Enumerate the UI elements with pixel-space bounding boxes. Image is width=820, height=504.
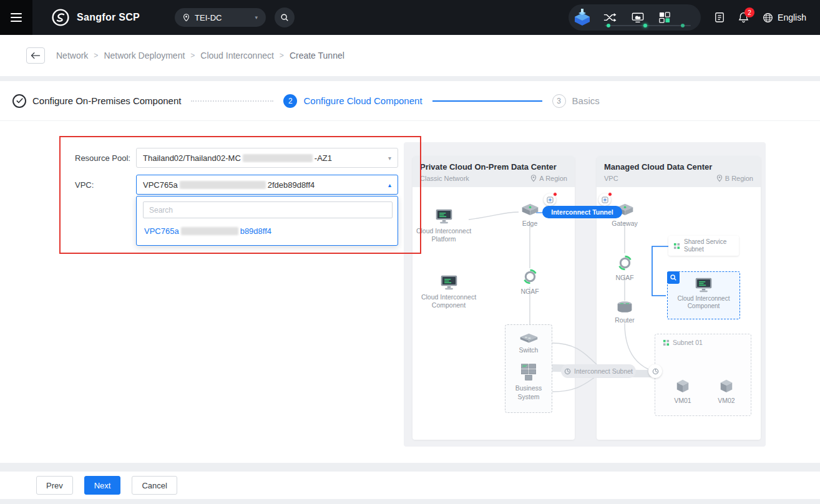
router-cylinder-icon [616,301,633,314]
wizard-footer: Prev Next Cancel [0,472,820,499]
chevron-down-icon: ▾ [388,155,391,162]
cancel-button[interactable]: Cancel [132,476,177,495]
interconnect-icon[interactable] [603,13,617,22]
stepper-connector-active [432,100,542,102]
3d-service-icon[interactable] [569,4,596,32]
ngaf-icon [617,254,633,271]
notification-badge: 2 [744,7,754,17]
monitor-icon [439,274,459,291]
brand-name: Sangfor SCP [77,12,140,23]
status-dot [681,24,685,27]
servers-icon [519,363,538,382]
cloud-interconnect-component-highlight: Cloud Interconnect Component [667,271,740,319]
cloud-desktop-icon[interactable] [632,12,644,22]
back-button[interactable] [26,47,45,64]
tunnel-endpoint-badge-left [544,193,556,206]
globe-icon [763,12,773,23]
subnet-01-chip: Subnet 01 [663,339,703,346]
breadcrumb-item-create-tunnel: Create Tunnel [290,51,344,61]
next-button[interactable]: Next [84,476,121,495]
cloud-component-form: Resource Pool: Thailand02/Thailand02-MC … [0,121,431,423]
node-vm02: VM02 [713,378,739,405]
step3-label: Basics [572,95,600,106]
datacenter-value: TEI-DC [195,13,222,22]
step-basics: 3 Basics [552,94,600,108]
status-dot [643,24,647,27]
breadcrumb-separator: > [280,51,284,60]
vpc-search-input[interactable] [143,201,393,218]
step-configure-onprem[interactable]: Configure On-Premises Component [12,94,181,108]
interconnect-subnet-label: Interconnect Subnet [561,364,636,378]
topbar-right: 2 English [569,4,820,31]
datacenter-selector[interactable]: TEI-DC ▾ [175,8,266,27]
redacted-text [243,154,313,162]
tunnel-endpoint-badge-right [598,193,611,206]
shared-service-subnet-box: Shared Service Subnet [668,236,739,256]
documents-icon[interactable] [715,12,725,23]
language-selector[interactable]: English [763,12,806,23]
breadcrumb-separator: > [94,51,98,60]
step1-label: Configure On-Premises Component [32,95,181,106]
subnet-icon [652,368,659,375]
ngaf-icon [522,268,539,285]
breadcrumb-bar: Network > Network Deployment > Cloud Int… [0,35,820,76]
breadcrumb-separator: > [190,51,195,60]
node-ngaf-left: NGAF [513,268,547,296]
resource-pool-label: Resource Pool: [75,153,130,163]
step2-circle: 2 [283,94,297,108]
vpc-label: VPC: [75,180,94,190]
node-cloud-interconnect-component-left: Cloud Interconnect Component [420,274,477,309]
redacted-text [181,227,238,235]
step1-circle [12,94,26,108]
quick-tools [569,4,701,31]
subnet-icon [564,368,571,375]
resource-pool-value: Thailand02/Thailand02-MC -AZ1 [143,153,332,163]
brand: Sangfor SCP [51,8,140,27]
breadcrumb: Network > Network Deployment > Cloud Int… [56,51,344,61]
alert-dot [608,192,612,196]
sangfor-logo-icon [51,8,70,27]
alert-dot [553,192,557,196]
subnet-grid-icon [673,243,680,250]
subnet-badge [648,364,662,378]
node-switch: Switch [519,332,539,354]
vm-cube-icon [675,378,690,394]
breadcrumb-item-network-deployment[interactable]: Network Deployment [104,51,185,61]
magnifier-badge [667,271,680,284]
router-box-icon [520,202,540,217]
onprem-subnet-group: Switch Business System [505,324,552,413]
step3-circle: 3 [552,94,566,108]
architecture-diagram: Private Cloud On-Prem Data Center Classi… [404,142,766,447]
monitor-icon [434,208,454,225]
wizard-stepper: Configure On-Premises Component 2 Config… [0,81,820,121]
subnet-grid-icon [663,339,670,346]
node-edge: Edge [514,202,546,228]
prev-button[interactable]: Prev [36,476,73,495]
redacted-text [180,181,266,189]
status-track [605,25,691,26]
breadcrumb-item-network[interactable]: Network [56,51,88,61]
breadcrumb-item-cloud-interconnect[interactable]: Cloud Interconnect [200,51,274,61]
vpc-option[interactable]: VPC765a b89d8ff4 [137,222,398,240]
vpc-select[interactable]: VPC765a 2fdeb89d8ff4 ▴ [136,175,398,195]
top-bar: Sangfor SCP TEI-DC ▾ 2 English [0,0,820,35]
menu-button[interactable] [0,0,32,35]
vpc-dropdown-panel: VPC765a b89d8ff4 [136,196,398,246]
endpoint-icon [547,196,554,203]
back-arrow-icon [31,52,41,59]
language-label: English [778,12,806,22]
chevron-down-icon: ▾ [255,14,258,21]
resource-pool-select[interactable]: Thailand02/Thailand02-MC -AZ1 ▾ [136,148,398,168]
interconnect-tunnel-label: Interconnect Tunnel [542,206,622,218]
step-configure-cloud: 2 Configure Cloud Component [283,94,422,108]
step2-label: Configure Cloud Component [303,95,422,106]
apps-grid-icon[interactable] [659,12,670,23]
stepper-connector [191,100,273,102]
monitor-icon [694,277,713,293]
notifications-button[interactable]: 2 [738,12,749,23]
magnifier-icon [670,274,677,281]
check-icon [16,98,23,104]
vm-cube-icon [719,378,734,394]
node-router: Router [607,301,642,324]
global-search-button[interactable] [275,7,295,27]
